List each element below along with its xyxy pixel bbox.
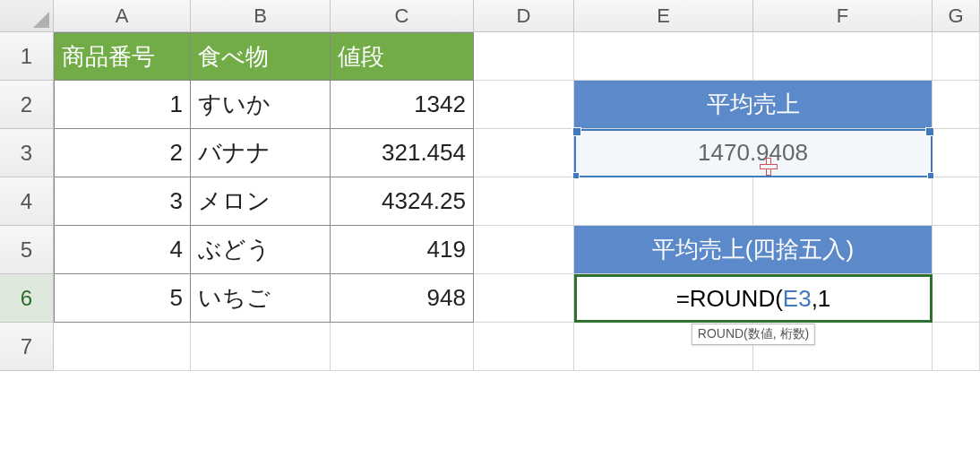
row-header-5[interactable]: 5: [0, 226, 54, 274]
cell-D3[interactable]: [474, 129, 574, 177]
header-price[interactable]: 値段: [331, 32, 474, 81]
cell-C6[interactable]: 948: [331, 274, 474, 323]
col-header-A[interactable]: A: [54, 0, 191, 32]
cell-B4[interactable]: メロン: [191, 177, 331, 226]
average-sales-value[interactable]: 1470.9408: [574, 129, 933, 177]
header-product-number[interactable]: 商品番号: [54, 32, 191, 81]
cell-G5[interactable]: [933, 226, 980, 274]
cell-A6[interactable]: 5: [54, 274, 191, 323]
cell-D2[interactable]: [474, 81, 574, 129]
formula-edit-cell[interactable]: =ROUND(E3,1 ROUND(数値, 桁数): [574, 274, 933, 323]
row-header-6[interactable]: 6: [0, 274, 54, 323]
col-header-B[interactable]: B: [191, 0, 331, 32]
formula-suffix: ,1: [812, 285, 831, 312]
cell-F1[interactable]: [753, 32, 933, 81]
select-all-corner[interactable]: [0, 0, 54, 32]
average-sales-label[interactable]: 平均売上: [574, 81, 933, 129]
formula-tooltip: ROUND(数値, 桁数): [692, 324, 815, 345]
col-header-F[interactable]: F: [753, 0, 933, 32]
cell-D1[interactable]: [474, 32, 574, 81]
row-header-1[interactable]: 1: [0, 32, 54, 81]
cell-A3[interactable]: 2: [54, 129, 191, 177]
row-header-4[interactable]: 4: [0, 177, 54, 226]
cell-G7[interactable]: [933, 323, 980, 371]
formula-cell-ref: E3: [783, 285, 812, 312]
cell-G3[interactable]: [933, 129, 980, 177]
cell-D6[interactable]: [474, 274, 574, 323]
cell-B6[interactable]: いちご: [191, 274, 331, 323]
cell-G4[interactable]: [933, 177, 980, 226]
cell-G2[interactable]: [933, 81, 980, 129]
cell-A4[interactable]: 3: [54, 177, 191, 226]
row-header-2[interactable]: 2: [0, 81, 54, 129]
cell-B5[interactable]: ぶどう: [191, 226, 331, 274]
col-header-C[interactable]: C: [331, 0, 474, 32]
cell-E4[interactable]: [574, 177, 753, 226]
cell-C2[interactable]: 1342: [331, 81, 474, 129]
average-value-text: 1470.9408: [698, 139, 808, 167]
cell-F4[interactable]: [753, 177, 933, 226]
spreadsheet-grid[interactable]: A B C D E F G 1 商品番号 食べ物 値段 2 1 すいか 1342…: [0, 0, 980, 371]
col-header-D[interactable]: D: [474, 0, 574, 32]
cell-C5[interactable]: 419: [331, 226, 474, 274]
cell-E1[interactable]: [574, 32, 753, 81]
row-header-3[interactable]: 3: [0, 129, 54, 177]
formula-prefix: =ROUND(: [676, 285, 783, 312]
cell-A2[interactable]: 1: [54, 81, 191, 129]
cell-C4[interactable]: 4324.25: [331, 177, 474, 226]
cell-C7[interactable]: [331, 323, 474, 371]
row-header-7[interactable]: 7: [0, 323, 54, 371]
cell-B3[interactable]: バナナ: [191, 129, 331, 177]
cell-G6[interactable]: [933, 274, 980, 323]
cell-C3[interactable]: 321.454: [331, 129, 474, 177]
cell-A5[interactable]: 4: [54, 226, 191, 274]
header-food[interactable]: 食べ物: [191, 32, 331, 81]
average-sales-round-label[interactable]: 平均売上(四捨五入): [574, 226, 933, 274]
formula-content: =ROUND(E3,1: [676, 285, 831, 313]
cell-D5[interactable]: [474, 226, 574, 274]
cell-D7[interactable]: [474, 323, 574, 371]
col-header-E[interactable]: E: [574, 0, 753, 32]
col-header-G[interactable]: G: [933, 0, 980, 32]
cell-D4[interactable]: [474, 177, 574, 226]
cell-B7[interactable]: [191, 323, 331, 371]
cell-A7[interactable]: [54, 323, 191, 371]
cell-G1[interactable]: [933, 32, 980, 81]
cell-B2[interactable]: すいか: [191, 81, 331, 129]
